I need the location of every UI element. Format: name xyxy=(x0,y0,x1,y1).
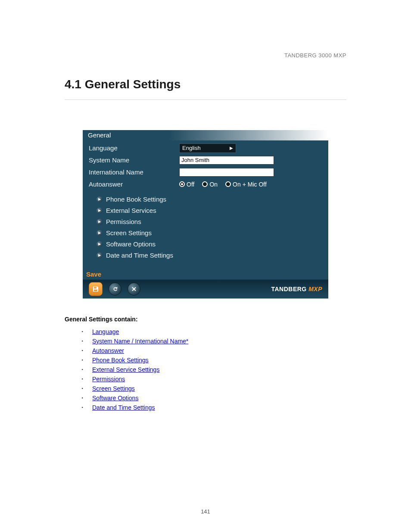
floppy-icon xyxy=(92,286,99,292)
panel-title: General xyxy=(83,130,328,140)
link-autoanswer[interactable]: Autoanswer xyxy=(92,347,124,354)
page-number: 141 xyxy=(0,508,411,515)
refresh-button[interactable] xyxy=(109,283,121,296)
link-phone-book[interactable]: Phone Book Settings xyxy=(92,357,149,364)
section-title: 4.1 General Settings xyxy=(65,78,346,91)
brand-logo: TANDBERG MXP xyxy=(271,286,322,292)
list-item: Screen Settings xyxy=(82,384,346,393)
panel-nav-item[interactable]: ▶Phone Book Settings xyxy=(97,194,322,205)
save-button[interactable] xyxy=(89,282,103,296)
link-system-name[interactable]: System Name / International Name* xyxy=(92,338,188,345)
language-value: English xyxy=(182,144,201,152)
panel-nav-label: Screen Settings xyxy=(106,229,152,236)
autoanswer-option-off[interactable]: Off xyxy=(179,181,194,188)
list-item: System Name / International Name* xyxy=(82,336,346,346)
play-icon: ▶ xyxy=(97,196,103,202)
list-item: Phone Book Settings xyxy=(82,355,346,365)
panel-nav-label: Software Options xyxy=(106,240,156,248)
play-icon: ▶ xyxy=(97,241,103,247)
brand-suffix: MXP xyxy=(308,286,322,292)
system-name-label: System Name xyxy=(89,156,179,164)
link-permissions[interactable]: Permissions xyxy=(92,376,125,383)
link-date-time[interactable]: Date and Time Settings xyxy=(92,404,155,411)
language-dropdown[interactable]: English ▶ xyxy=(179,143,236,153)
link-software-options[interactable]: Software Options xyxy=(92,395,138,401)
divider xyxy=(65,100,346,100)
panel-nav-item[interactable]: ▶Date and Time Settings xyxy=(97,250,322,261)
link-language[interactable]: Language xyxy=(92,328,119,335)
link-list: Language System Name / International Nam… xyxy=(65,323,346,412)
radio-label: On + Mic Off xyxy=(233,181,267,188)
international-name-input[interactable] xyxy=(179,168,274,177)
doc-header-product: TANDBERG 3000 MXP xyxy=(284,52,346,59)
panel-nav-label: Phone Book Settings xyxy=(106,196,166,203)
chevron-right-icon: ▶ xyxy=(230,144,233,152)
list-item: Software Options xyxy=(82,393,346,403)
play-icon: ▶ xyxy=(97,230,103,236)
radio-label: On xyxy=(209,181,218,188)
panel-nav-label: External Services xyxy=(106,207,156,214)
panel-nav-item[interactable]: ▶Permissions xyxy=(97,216,322,227)
autoanswer-label: Autoanswer xyxy=(89,180,179,188)
list-item: Date and Time Settings xyxy=(82,403,346,412)
link-external-service[interactable]: External Service Settings xyxy=(92,366,159,373)
panel-nav-label: Date and Time Settings xyxy=(106,252,173,259)
brand-name: TANDBERG xyxy=(271,286,306,292)
panel-nav-item[interactable]: ▶External Services xyxy=(97,205,322,216)
autoanswer-option-on-mic-off[interactable]: On + Mic Off xyxy=(225,181,267,188)
general-settings-panel: General Language English ▶ System Name I… xyxy=(83,130,328,299)
list-item: External Service Settings xyxy=(82,365,346,374)
save-label: Save xyxy=(83,271,328,280)
radio-icon xyxy=(179,181,185,187)
play-icon: ▶ xyxy=(97,219,103,225)
radio-icon xyxy=(202,181,208,187)
radio-label: Off xyxy=(187,181,194,188)
panel-nav-label: Permissions xyxy=(106,218,141,225)
link-screen-settings[interactable]: Screen Settings xyxy=(92,385,135,392)
list-item: Autoanswer xyxy=(82,346,346,355)
close-button[interactable] xyxy=(128,283,140,296)
list-item: Language xyxy=(82,327,346,336)
language-label: Language xyxy=(89,144,179,152)
intro-text: General Settings contain: xyxy=(65,316,346,323)
international-name-label: International Name xyxy=(89,168,179,176)
play-icon: ▶ xyxy=(97,252,103,258)
radio-icon xyxy=(225,181,231,187)
panel-nav-item[interactable]: ▶Screen Settings xyxy=(97,227,322,239)
close-icon xyxy=(131,286,137,292)
system-name-input[interactable] xyxy=(179,156,274,165)
autoanswer-option-on[interactable]: On xyxy=(202,181,218,188)
play-icon: ▶ xyxy=(97,208,103,214)
list-item: Permissions xyxy=(82,374,346,384)
panel-nav-item[interactable]: ▶Software Options xyxy=(97,239,322,250)
refresh-icon xyxy=(112,286,118,292)
